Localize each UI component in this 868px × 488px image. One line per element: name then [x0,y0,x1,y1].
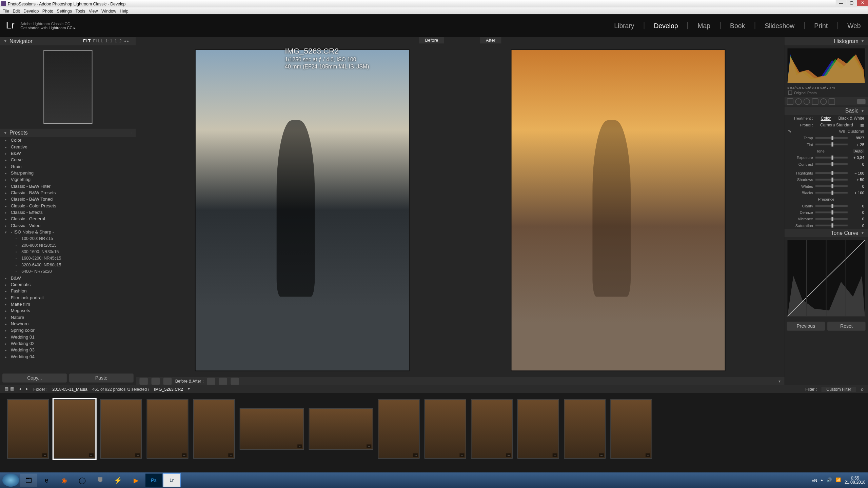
taskbar-tray-icon[interactable]: ▴ [821,478,823,483]
module-print[interactable]: Print [813,22,829,29]
module-library[interactable]: Library [613,22,635,29]
taskbar-photoshop-icon[interactable]: Ps [145,474,162,487]
preset-item[interactable]: ▸Grain [5,163,136,170]
previous-button[interactable]: Previous [787,322,825,330]
preset-item[interactable]: ▸Curve [5,157,136,163]
loupe-view-icon[interactable] [139,378,148,385]
preset-item[interactable]: ▸Wedding 01 [5,333,136,340]
add-preset-icon[interactable]: + [130,131,132,135]
module-web[interactable]: Web [846,22,862,29]
preset-item[interactable]: ▸Classic - Effects [5,209,136,216]
reset-button[interactable]: Reset [827,322,866,330]
taskbar-firefox-icon[interactable]: ◉ [56,474,73,487]
navigator-header[interactable]: ▼ Navigator FIT FILL 1:1 1:2 ◂▸ [0,37,136,45]
filmstrip-thumb[interactable]: ▫▫ [240,408,304,450]
slider-dehaze[interactable]: Dehaze0 [785,209,868,216]
copy-button[interactable]: Copy... [2,373,67,382]
slider-whites[interactable]: Whites0 [785,183,868,189]
folder-name[interactable]: 2018-05-11_Маша [52,387,87,391]
chevron-down-icon[interactable]: ▼ [861,109,864,113]
profile-value[interactable]: Camera Standard [813,123,860,127]
module-develop[interactable]: Develop [653,22,679,29]
start-button[interactable] [2,474,19,487]
preset-item[interactable]: ▸Megasets [5,307,136,314]
preset-item[interactable]: ▸Newborn [5,321,136,327]
preset-item[interactable]: ▸Sharpening [5,170,136,176]
preset-item[interactable]: ▸Color [5,137,136,143]
menu-photo[interactable]: Photo [42,8,53,13]
taskbar-winamp-icon[interactable]: ⚡ [110,474,126,487]
preset-item[interactable]: ▸Wedding 03 [5,347,136,353]
filmstrip-thumb[interactable]: ▫▫ [425,399,466,459]
menu-develop[interactable]: Develop [23,8,39,13]
preset-item[interactable]: ▸Classic - General [5,216,136,222]
preset-item[interactable]: ▸Fashion [5,288,136,294]
before-after-icon[interactable] [152,378,160,385]
menu-tools[interactable]: Tools [76,8,85,13]
menu-file[interactable]: File [2,8,9,13]
menu-edit[interactable]: Edit [13,8,20,13]
preset-item[interactable]: ▫100-200: NR c15 [5,235,136,242]
wb-value[interactable]: Custom [847,129,862,133]
module-map[interactable]: Map [696,22,712,29]
filmstrip-thumb[interactable]: ▫▫ [471,399,513,459]
filmstrip-thumb[interactable]: ▫▫ [146,399,188,459]
slider-shadows[interactable]: Shadows+ 50 [785,176,868,183]
taskbar-clock[interactable]: 0:55 21.08.2018 [845,476,866,485]
preset-item[interactable]: ▾- ISO Noise & Sharp - [5,229,136,235]
filmstrip-thumb[interactable]: ▫▫ [610,399,652,459]
taskbar-media-icon[interactable]: ▶ [127,474,144,487]
after-photo[interactable] [511,49,726,371]
module-book[interactable]: Book [729,22,746,29]
preset-item[interactable]: ▫200-800: NR20c15 [5,242,136,248]
preset-item[interactable]: ▫800-1600: NR30c15 [5,248,136,255]
preset-item[interactable]: ▸Spring color [5,327,136,333]
radial-tool-icon[interactable] [820,98,827,104]
preset-item[interactable]: ▸Cinematic [5,281,136,288]
slider-contrast[interactable]: Contrast0 [785,161,868,167]
preset-item[interactable]: ▸Creative [5,144,136,150]
preset-item[interactable]: ▸B&W [5,150,136,157]
taskbar-lightroom-icon[interactable]: Lr [163,474,180,487]
filmstrip-thumb[interactable]: ▫▫ [7,399,49,459]
filmstrip-thumb[interactable]: ▫▫ [100,399,142,459]
preset-item[interactable]: ▫6400+ NR75c20 [5,268,136,274]
preset-item[interactable]: ▸Vignetting [5,176,136,183]
original-photo-checkbox[interactable] [788,90,792,95]
slider-tint[interactable]: Tint+ 25 [785,141,868,148]
preset-item[interactable]: ▸Film look portrait [5,294,136,301]
soft-proof-chevron-icon[interactable]: ▾ [778,379,781,383]
preset-item[interactable]: ▸Classic - Video [5,222,136,229]
chevron-down-icon[interactable]: ▾ [188,387,190,391]
filter-lock-icon[interactable]: ⎋ [861,387,863,391]
preset-item[interactable]: ▫3200-6400: NR60c15 [5,262,136,268]
preset-item[interactable]: ▫1600-3200: NR45c15 [5,255,136,261]
menu-settings[interactable]: Settings [57,8,72,13]
taskbar-lang[interactable]: EN [811,478,817,482]
filmstrip-thumb[interactable]: ▫▫ [564,399,606,459]
preset-item[interactable]: ▸Wedding 02 [5,340,136,347]
filter-value[interactable]: Custom Filter [822,386,856,392]
preset-item[interactable]: ▸B&W [5,274,136,281]
grad-tool-icon[interactable] [812,98,818,104]
taskbar-network-icon[interactable]: 📶 [836,478,841,483]
filmstrip-thumb[interactable]: ▫▫ [193,399,235,459]
tool-switch[interactable] [857,99,866,104]
module-slideshow[interactable]: Slideshow [764,22,796,29]
preset-item[interactable]: ▸Matte film [5,301,136,307]
header-sub2[interactable]: Get started with Lightroom CC ▸ [20,26,76,30]
slider-saturation[interactable]: Saturation0 [785,222,868,229]
navigator-thumbnail[interactable] [43,50,92,124]
crop-tool-icon[interactable] [787,98,793,104]
chevron-down-icon[interactable]: ▼ [861,231,864,235]
taskbar-volume-icon[interactable]: 🔊 [827,478,832,483]
slider-exposure[interactable]: Exposure+ 0,34 [785,154,868,161]
filmstrip-thumb[interactable]: ▫▫ [378,399,420,459]
taskbar-chrome-icon[interactable]: ◯ [74,474,91,487]
navigator-zoom[interactable]: FIT FILL 1:1 1:2 ◂▸ [83,39,132,43]
tone-curve[interactable] [787,240,866,317]
nav-back-icon[interactable]: ◂ [19,387,21,391]
treatment-color[interactable]: Color [821,116,830,120]
slider-blacks[interactable]: Blacks+ 100 [785,189,868,196]
filmstrip[interactable]: ▫▫▫▫▫▫▫▫▫▫▫▫▫▫▫▫▫▫▫▫▫▫▫▫▫▫ [0,393,868,465]
